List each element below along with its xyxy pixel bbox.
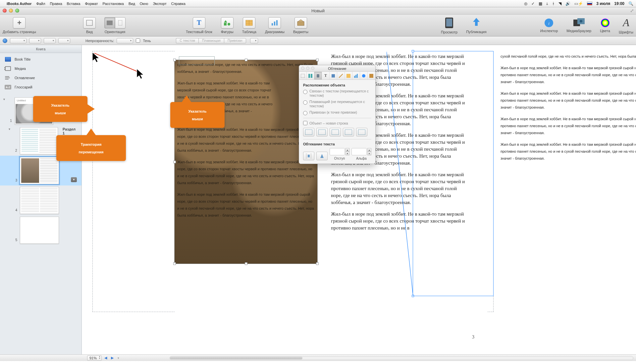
- wrap-text-option[interactable]: С текстом: [176, 38, 198, 43]
- radio-anchored[interactable]: Привязан (к точке привязки): [303, 110, 371, 115]
- inspector-tab-qt[interactable]: [368, 72, 375, 79]
- wrap-style-dropdown[interactable]: [250, 38, 258, 43]
- add-pages-button[interactable]: +: [13, 17, 26, 28]
- menu-help[interactable]: Справка: [171, 2, 186, 6]
- checkbox-newline[interactable]: Объект – новая строка: [303, 121, 371, 125]
- wrap-mode-segmented[interactable]: С текстом Плавающая Привязан: [176, 38, 246, 43]
- inspector-tab-link[interactable]: [360, 72, 368, 79]
- inspector-tab-text[interactable]: T: [322, 72, 330, 79]
- indent-stepper[interactable]: ▴▾: [345, 148, 349, 155]
- bluetooth-icon[interactable]: ᚼ: [552, 1, 555, 6]
- status-icon-3[interactable]: ▦: [539, 1, 542, 6]
- inspector-tab-graphics[interactable]: [330, 72, 337, 79]
- zoom-dropdown[interactable]: 91%: [87, 355, 102, 361]
- inspector-tab-wrap[interactable]: [314, 72, 322, 79]
- inspector-tab-table[interactable]: [345, 72, 352, 79]
- wrap-center-button[interactable]: [330, 128, 341, 136]
- body-text: Жил-был в норе под землей хоббит. Не в к…: [497, 116, 636, 136]
- page-menu-button[interactable]: ▼: [71, 177, 77, 182]
- opacity-dropdown[interactable]: [117, 38, 133, 43]
- nav-prev-button[interactable]: ◀: [104, 356, 108, 360]
- menu-edit[interactable]: Правка: [50, 2, 62, 6]
- style-dropdown-1[interactable]: [10, 38, 26, 43]
- inspector-tab-metrics[interactable]: [337, 72, 345, 79]
- colors-button[interactable]: [601, 18, 610, 27]
- radio-inline[interactable]: Связан с текстом (перемещается с текстом…: [303, 89, 371, 98]
- style-dropdown-3[interactable]: [44, 38, 56, 43]
- orientation-portrait[interactable]: [115, 17, 126, 28]
- alpha-field[interactable]: [351, 148, 367, 155]
- svg-rect-34: [308, 155, 310, 157]
- style-disc-icon[interactable]: [3, 38, 7, 43]
- scrollbar-thumb[interactable]: [170, 357, 302, 359]
- volume-icon[interactable]: 🔊: [565, 1, 570, 6]
- app-name[interactable]: iBooks Author: [7, 2, 31, 6]
- minimize-window-button[interactable]: [9, 9, 13, 13]
- shapes-button[interactable]: [221, 17, 234, 28]
- wrap-around-button[interactable]: [316, 128, 328, 136]
- nav-next-button[interactable]: ▶: [111, 356, 115, 360]
- menu-file[interactable]: Файл: [36, 2, 45, 6]
- view-label: Вид: [86, 30, 93, 34]
- publish-button[interactable]: [471, 17, 481, 28]
- fullscreen-button[interactable]: ⤢: [630, 8, 634, 13]
- input-source-icon[interactable]: [587, 2, 592, 5]
- sidebar-item-toc[interactable]: Оглавление: [0, 73, 81, 82]
- zoom-window-button[interactable]: [15, 9, 19, 13]
- thumb-page-4[interactable]: 4: [0, 185, 81, 215]
- indent-field[interactable]: [330, 148, 345, 155]
- sidebar-item-media[interactable]: Медиа: [0, 64, 81, 73]
- linked-text-box[interactable]: [413, 51, 494, 296]
- orientation-landscape[interactable]: [104, 17, 115, 28]
- charts-button[interactable]: [268, 17, 281, 28]
- widgets-button[interactable]: [294, 17, 307, 28]
- radio-floating[interactable]: Плавающий (не перемещается с текстом): [303, 100, 371, 108]
- canvas[interactable]: сухой песчаной голой норе, где не на что…: [82, 45, 636, 354]
- callout-pointer-1: Указатель мыши: [33, 96, 87, 122]
- fonts-button[interactable]: A: [623, 17, 629, 29]
- alpha-stepper[interactable]: ▴▾: [367, 148, 371, 155]
- wrap-left-button[interactable]: [303, 128, 314, 136]
- menubar-date[interactable]: 3 июля: [596, 1, 610, 6]
- sidebar-item-glossary[interactable]: A-ZГлоссарий: [0, 82, 81, 92]
- status-icon-2[interactable]: ✓: [531, 1, 535, 6]
- view-button[interactable]: [83, 17, 96, 28]
- shadow-checkbox[interactable]: [136, 38, 140, 43]
- menu-export[interactable]: Экспорт: [153, 2, 166, 6]
- textbox-button[interactable]: T: [193, 17, 205, 28]
- inspector-close-button[interactable]: [301, 67, 304, 70]
- preview-button[interactable]: [444, 17, 454, 29]
- horizontal-scrollbar[interactable]: [170, 356, 633, 360]
- menu-arrange[interactable]: Расстановка: [103, 2, 124, 6]
- wrap-right-button[interactable]: [343, 128, 354, 136]
- wrap-float-option[interactable]: Плавающая: [198, 38, 224, 43]
- style-dropdown-4[interactable]: [58, 38, 70, 43]
- wrap-shape-rect[interactable]: [303, 152, 314, 160]
- battery-icon[interactable]: ▭⚡: [574, 1, 583, 6]
- wrap-none-button[interactable]: [356, 128, 367, 136]
- close-window-button[interactable]: [3, 9, 7, 13]
- inspector-tabs[interactable]: T: [299, 72, 375, 80]
- thumb-page-5[interactable]: 5: [0, 215, 81, 245]
- media-button[interactable]: [573, 18, 585, 27]
- wrap-anchor-option[interactable]: Привязан: [224, 38, 246, 43]
- menubar-time[interactable]: 19:00: [614, 1, 624, 6]
- sidebar-item-book-title[interactable]: Book Title: [0, 55, 81, 64]
- wrap-shape-alpha[interactable]: [316, 152, 328, 160]
- inspector-tab-1[interactable]: [299, 72, 307, 79]
- menu-window[interactable]: Окно: [140, 2, 148, 6]
- status-icon-4[interactable]: ⫰: [546, 1, 548, 6]
- inspector-panel[interactable]: Обтекание T Расположение объекта Связан …: [299, 65, 376, 164]
- nav-menu-button[interactable]: ▾: [118, 356, 119, 360]
- inspector-tab-2[interactable]: [307, 72, 314, 79]
- menu-format[interactable]: Формат: [85, 2, 98, 6]
- inspector-button[interactable]: i: [544, 18, 554, 27]
- menu-insert[interactable]: Вставка: [67, 2, 80, 6]
- status-icon-1[interactable]: ◎: [524, 1, 527, 6]
- inspector-tab-chart[interactable]: [352, 72, 360, 79]
- wifi-icon[interactable]: ◥: [558, 1, 561, 6]
- menu-view[interactable]: Вид: [129, 2, 135, 6]
- table-button[interactable]: [243, 17, 255, 28]
- spotlight-icon[interactable]: 🔍: [628, 1, 633, 6]
- style-dropdown-2[interactable]: [29, 38, 41, 43]
